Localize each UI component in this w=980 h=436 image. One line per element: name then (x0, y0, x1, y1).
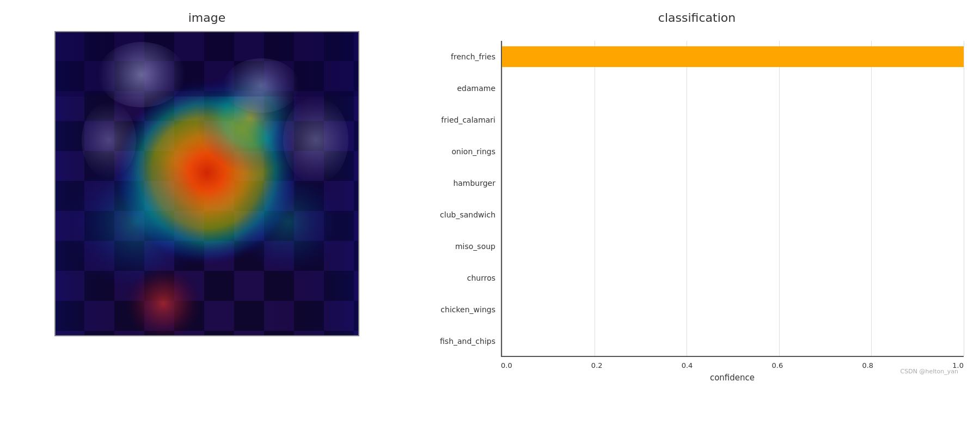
bar-row-fish_and_chips (502, 325, 964, 357)
y-label-edamame: edamame (457, 84, 495, 92)
left-panel: image (11, 11, 403, 336)
bar-row-hamburger (502, 167, 964, 199)
bar-row-onion_rings (502, 136, 964, 167)
x-label-0.8: 0.8 (862, 361, 873, 370)
y-label-onion_rings: onion_rings (452, 148, 495, 155)
y-label-fish_and_chips: fish_and_chips (440, 337, 495, 345)
x-label-0.4: 0.4 (682, 361, 693, 370)
bar-row-edamame (502, 72, 964, 104)
y-label-miso_soup: miso_soup (455, 243, 495, 250)
x-label-0.2: 0.2 (591, 361, 603, 370)
y-label-hamburger: hamburger (453, 179, 495, 187)
main-container: image classification french_friesedamame… (11, 11, 969, 425)
chart-wrapper: french_friesedamamefried_calamarionion_r… (430, 35, 964, 384)
chart-area: classification french_friesedamamefried_… (430, 11, 964, 384)
bar-french_fries (502, 46, 964, 67)
heatmap-canvas (54, 31, 359, 336)
x-label-0.0: 0.0 (501, 361, 512, 370)
bar-row-churros (502, 262, 964, 294)
x-axis: 0.00.20.40.60.81.0 (501, 357, 964, 370)
watermark: CSDN @helton_yan (901, 368, 958, 375)
x-label-0.6: 0.6 (772, 361, 783, 370)
chart-body: 0.00.20.40.60.81.0 confidence (501, 35, 964, 384)
bar-row-fried_calamari (502, 104, 964, 136)
bar-row-french_fries (502, 41, 964, 72)
image-panel-title: image (188, 11, 226, 25)
heatmap-container (54, 31, 359, 336)
y-label-chicken_wings: chicken_wings (440, 306, 495, 313)
y-label-churros: churros (467, 274, 495, 282)
bar-row-chicken_wings (502, 294, 964, 325)
y-label-french_fries: french_fries (451, 53, 495, 60)
y-label-club_sandwich: club_sandwich (440, 211, 495, 219)
x-axis-title: confidence (501, 373, 964, 383)
right-panel: classification french_friesedamamefried_… (403, 11, 969, 380)
bars-container (501, 41, 964, 357)
chart-title: classification (430, 11, 964, 25)
bar-row-club_sandwich (502, 199, 964, 231)
bar-row-miso_soup (502, 231, 964, 262)
y-label-fried_calamari: fried_calamari (441, 116, 495, 124)
y-axis: french_friesedamamefried_calamarionion_r… (430, 41, 501, 357)
grid-line-100 (964, 41, 964, 356)
